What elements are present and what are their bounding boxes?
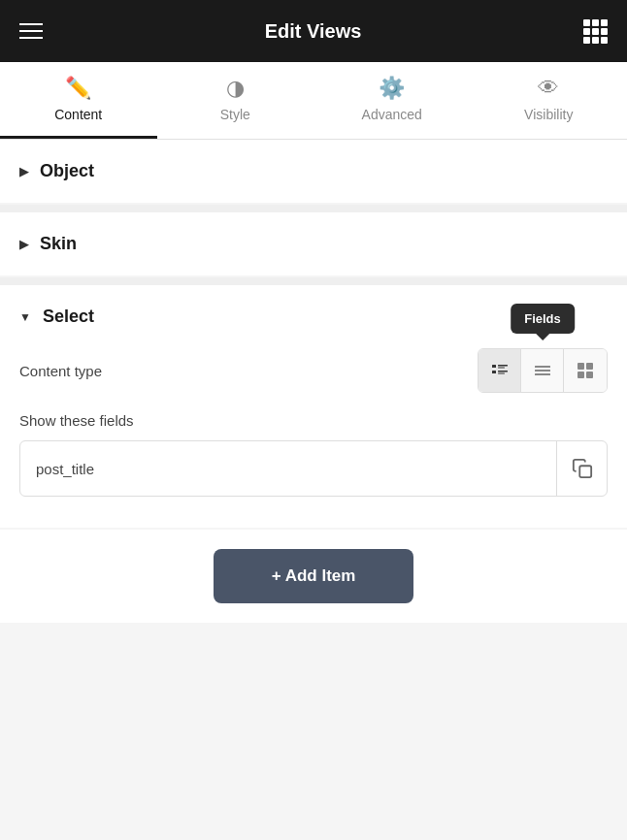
content-type-label: Content type: [19, 363, 102, 379]
apps-grid-button[interactable]: [583, 19, 608, 44]
tab-visibility[interactable]: 👁 Visibility: [471, 62, 628, 139]
copy-field-button[interactable]: [556, 441, 607, 496]
eye-icon: 👁: [538, 78, 559, 99]
content-type-list-simple-button[interactable]: [521, 349, 564, 392]
chevron-right-icon: ▶: [19, 165, 28, 178]
svg-rect-12: [586, 372, 593, 378]
svg-rect-9: [578, 363, 584, 370]
svg-rect-5: [498, 373, 505, 374]
list-detailed-icon: [490, 361, 510, 380]
list-simple-icon: [533, 361, 552, 380]
gear-icon: ⚙️: [379, 78, 405, 99]
select-section-content: Content type Fields: [0, 348, 627, 528]
content-type-row: Content type Fields: [19, 348, 608, 393]
section-select: ▼ Select Content type Fields: [0, 285, 627, 528]
chevron-down-icon: ▼: [19, 310, 31, 324]
tab-style[interactable]: ◑ Style: [157, 62, 314, 139]
page-title: Edit Views: [265, 20, 362, 43]
tab-advanced-label: Advanced: [362, 107, 422, 122]
copy-icon: [572, 458, 593, 479]
half-circle-icon: ◑: [226, 78, 245, 99]
content-type-button-group: [478, 348, 608, 393]
section-skin-header[interactable]: ▶ Skin: [0, 212, 627, 275]
content-type-grid-button[interactable]: [564, 349, 607, 392]
svg-rect-7: [535, 370, 550, 372]
tab-bar: ✏️ Content ◑ Style ⚙️ Advanced 👁 Visibil…: [0, 62, 627, 140]
tab-content[interactable]: ✏️ Content: [0, 62, 157, 139]
add-item-section: + Add Item: [0, 530, 627, 623]
content-type-controls: Fields: [478, 348, 608, 393]
svg-rect-1: [498, 365, 508, 367]
tab-style-label: Style: [220, 107, 250, 122]
svg-rect-3: [492, 371, 496, 373]
section-select-label: Select: [43, 307, 94, 327]
svg-rect-6: [535, 366, 550, 368]
add-item-button[interactable]: + Add Item: [214, 549, 413, 603]
pencil-icon: ✏️: [65, 78, 91, 99]
chevron-right-icon-skin: ▶: [19, 238, 28, 251]
tab-advanced[interactable]: ⚙️ Advanced: [314, 62, 471, 139]
svg-rect-0: [492, 365, 496, 368]
content-type-list-detailed-button[interactable]: [478, 349, 521, 392]
section-skin-label: Skin: [40, 234, 77, 254]
svg-rect-8: [535, 373, 550, 375]
show-fields-label: Show these fields: [19, 412, 608, 429]
divider-1: [0, 205, 627, 212]
app-header: Edit Views: [0, 0, 627, 62]
field-input[interactable]: [20, 443, 556, 495]
tab-content-label: Content: [54, 107, 102, 122]
divider-2: [0, 277, 627, 285]
svg-rect-11: [578, 372, 584, 378]
section-object: ▶ Object: [0, 140, 627, 203]
svg-rect-2: [498, 368, 505, 369]
grid-layout-icon: [576, 361, 595, 380]
section-skin: ▶ Skin: [0, 212, 627, 275]
svg-rect-13: [579, 466, 591, 477]
field-row: [19, 440, 608, 497]
svg-rect-10: [586, 363, 593, 370]
section-select-header[interactable]: ▼ Select: [0, 285, 627, 348]
hamburger-menu-button[interactable]: [19, 23, 43, 39]
section-object-header[interactable]: ▶ Object: [0, 140, 627, 203]
tab-visibility-label: Visibility: [524, 107, 573, 122]
section-object-label: Object: [40, 161, 94, 181]
svg-rect-4: [498, 371, 508, 372]
